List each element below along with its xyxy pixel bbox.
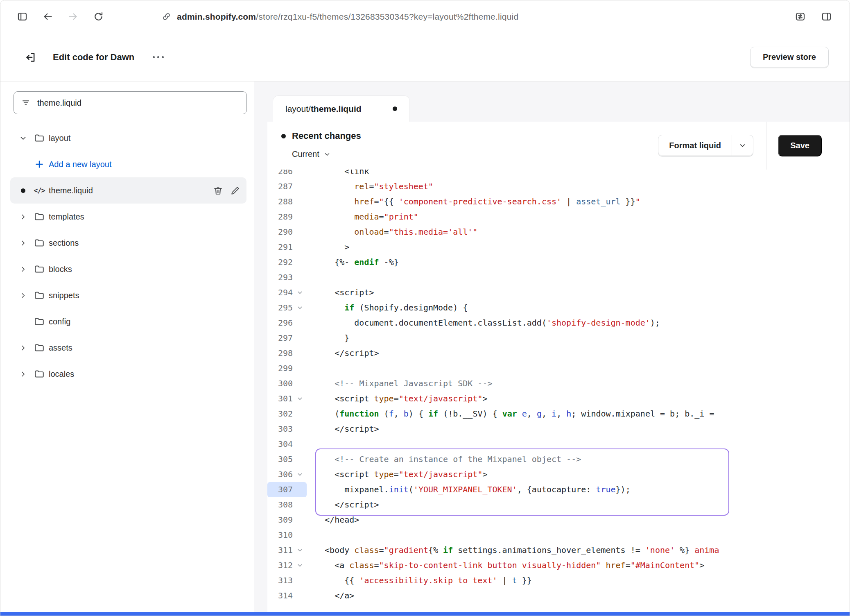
line-number[interactable]: 305	[267, 452, 293, 467]
code-line[interactable]: 288 href="{{ 'component-predictive-searc…	[267, 194, 850, 209]
line-number[interactable]: 291	[267, 240, 293, 255]
file-filter-box[interactable]	[14, 91, 247, 114]
code-line[interactable]: 302 (function (f, b) { if (!b.__SV) { va…	[267, 406, 850, 421]
code-line[interactable]: 310	[267, 528, 850, 543]
tree-row-add-a-new-layout[interactable]: Add a new layout	[10, 151, 246, 177]
tree-row-templates[interactable]: templates	[10, 204, 246, 230]
line-number[interactable]: 303	[267, 421, 293, 437]
line-number[interactable]: 307	[267, 482, 293, 497]
code-line[interactable]: 299	[267, 361, 850, 376]
tree-row-locales[interactable]: locales	[10, 361, 246, 387]
preview-store-button[interactable]: Preview store	[750, 47, 829, 68]
chevron-down-icon[interactable]	[18, 133, 28, 143]
line-number[interactable]: 311	[267, 543, 293, 558]
code-line[interactable]: 303 </script>	[267, 421, 850, 437]
pencil-button[interactable]	[229, 184, 241, 197]
code-line[interactable]: 306 <script type="text/javascript">	[267, 467, 850, 482]
fold-chevron-icon[interactable]	[293, 300, 307, 315]
more-icon[interactable]	[151, 49, 165, 66]
code-line[interactable]: 289 media="print"	[267, 209, 850, 224]
code-line[interactable]: 307 mixpanel.init('YOUR_MIXPANEL_TOKEN',…	[267, 482, 850, 497]
code-line[interactable]: 308 </script>	[267, 497, 850, 512]
line-number[interactable]: 289	[267, 209, 293, 224]
tree-row-blocks[interactable]: blocks	[10, 256, 246, 282]
code-line[interactable]: 296 document.documentElement.classList.a…	[267, 315, 850, 331]
file-search-input[interactable]	[37, 98, 239, 108]
line-number[interactable]: 304	[267, 437, 293, 452]
line-number[interactable]: 295	[267, 300, 293, 315]
line-number[interactable]: 288	[267, 194, 293, 209]
panel-toggle-icon[interactable]	[819, 10, 833, 24]
tree-row-assets[interactable]: assets	[10, 335, 246, 361]
line-number[interactable]: 313	[267, 573, 293, 588]
line-number[interactable]: 292	[267, 255, 293, 270]
line-number[interactable]: 301	[267, 391, 293, 406]
code-line[interactable]: 293	[267, 270, 850, 285]
chevron-right-icon[interactable]	[18, 264, 28, 274]
code-line[interactable]: 298 </script>	[267, 346, 850, 361]
line-number[interactable]: 299	[267, 361, 293, 376]
code-line[interactable]: 291 >	[267, 240, 850, 255]
exit-icon[interactable]	[23, 49, 39, 66]
format-liquid-button[interactable]: Format liquid	[658, 135, 753, 156]
code-line[interactable]: 292 {%- endif -%}	[267, 255, 850, 270]
tree-row-layout[interactable]: layout	[10, 125, 246, 151]
line-number[interactable]: 312	[267, 558, 293, 573]
code-line[interactable]: 300 <!-- Mixpanel Javascript SDK -->	[267, 376, 850, 391]
trash-button[interactable]	[212, 184, 224, 197]
line-number[interactable]: 309	[267, 512, 293, 528]
tree-label[interactable]: Add a new layout	[49, 160, 111, 169]
tab-switcher-icon[interactable]	[793, 10, 807, 24]
line-number[interactable]: 300	[267, 376, 293, 391]
line-number[interactable]: 297	[267, 331, 293, 346]
fold-chevron-icon[interactable]	[293, 285, 307, 300]
line-number[interactable]: 286	[267, 170, 293, 179]
code-line[interactable]: 295 if (Shopify.designMode) {	[267, 300, 850, 315]
code-line[interactable]: 297 }	[267, 331, 850, 346]
code-line[interactable]: 314 </a>	[267, 588, 850, 603]
tree-row-config[interactable]: config	[10, 308, 246, 335]
tree-row-sections[interactable]: sections	[10, 230, 246, 256]
code-line[interactable]: 304	[267, 437, 850, 452]
chevron-right-icon[interactable]	[18, 369, 28, 379]
line-number[interactable]: 290	[267, 224, 293, 240]
line-number[interactable]: 302	[267, 406, 293, 421]
code-line[interactable]: 305 <!-- Create an instance of the Mixpa…	[267, 452, 850, 467]
fold-chevron-icon[interactable]	[293, 467, 307, 482]
line-number[interactable]: 310	[267, 528, 293, 543]
back-icon[interactable]	[41, 10, 54, 24]
save-button[interactable]: Save	[778, 135, 822, 156]
code-line[interactable]: 311 <body class="gradient{% if settings.…	[267, 543, 850, 558]
fold-chevron-icon[interactable]	[293, 558, 307, 573]
code-line[interactable]: 286 <link	[267, 170, 850, 179]
fold-chevron-icon[interactable]	[293, 391, 307, 406]
line-number[interactable]: 294	[267, 285, 293, 300]
chevron-right-icon[interactable]	[18, 211, 28, 222]
tree-row-snippets[interactable]: snippets	[10, 282, 246, 308]
line-number[interactable]: 298	[267, 346, 293, 361]
tab-theme-liquid[interactable]: layout/ theme.liquid	[273, 95, 410, 122]
code-line[interactable]: 301 <script type="text/javascript">	[267, 391, 850, 406]
chevron-right-icon[interactable]	[18, 238, 28, 248]
line-number[interactable]: 293	[267, 270, 293, 285]
version-dropdown[interactable]: Current	[292, 149, 331, 159]
line-number[interactable]: 308	[267, 497, 293, 512]
code-line[interactable]: 312 <a class="skip-to-content-link butto…	[267, 558, 850, 573]
line-number[interactable]: 306	[267, 467, 293, 482]
line-number[interactable]: 287	[267, 179, 293, 194]
tree-row-theme-liquid[interactable]: </>theme.liquid	[10, 177, 246, 204]
code-editor[interactable]: 286 <link287 rel="stylesheet"288 href="{…	[267, 170, 850, 612]
code-line[interactable]: 294 <script>	[267, 285, 850, 300]
code-line[interactable]: 313 {{ 'accessibility.skip_to_text' | t …	[267, 573, 850, 588]
sidebar-toggle-icon[interactable]	[15, 10, 29, 24]
format-options-button[interactable]	[732, 135, 753, 156]
fold-chevron-icon[interactable]	[293, 543, 307, 558]
code-line[interactable]: 309 </head>	[267, 512, 850, 528]
line-number[interactable]: 314	[267, 588, 293, 603]
chevron-right-icon[interactable]	[18, 290, 28, 301]
code-line[interactable]: 290 onload="this.media='all'"	[267, 224, 850, 240]
line-number[interactable]: 296	[267, 315, 293, 331]
address-bar[interactable]: admin.shopify.com/store/rzq1xu-f5/themes…	[162, 12, 518, 22]
chevron-right-icon[interactable]	[18, 342, 28, 353]
code-line[interactable]: 287 rel="stylesheet"	[267, 179, 850, 194]
